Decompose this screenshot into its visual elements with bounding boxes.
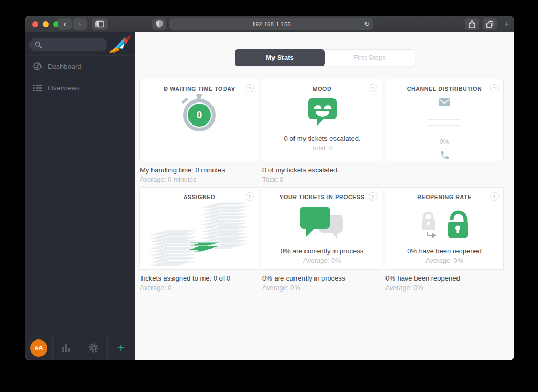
stats-grid: Ø WAITING TIME TODAY ? 0 MOOD ? 0 of my … xyxy=(139,79,507,292)
tab-first-steps[interactable]: First Steps xyxy=(324,50,415,66)
address-bar[interactable]: 192.168.1.155 ↻ xyxy=(169,18,373,30)
tab-overview-button[interactable] xyxy=(483,18,497,30)
bar-chart-icon xyxy=(62,344,70,352)
card-title: CHANNEL DISTRIBUTION xyxy=(385,86,503,92)
minimize-window-button[interactable] xyxy=(43,21,49,27)
zammad-logo xyxy=(108,34,132,55)
browser-window: ‹ › 192.168.1.155 ↻ xyxy=(25,16,514,360)
new-tab-button[interactable]: + xyxy=(502,18,512,30)
channel-percent: 0% xyxy=(385,138,503,146)
card-mood: MOOD ? 0 of my tickets escalated. Total:… xyxy=(262,79,382,161)
caption-primary: 0% are currently in process xyxy=(262,274,381,282)
card-tickets-in-process: YOUR TICKETS IN PROCESS ? 0% are current… xyxy=(262,187,382,270)
settings-button[interactable] xyxy=(80,335,107,360)
sidebar-nav: Dashboard Overviews xyxy=(25,55,135,99)
help-icon[interactable]: ? xyxy=(490,84,499,92)
paper-stacks-icon xyxy=(148,202,251,267)
caption-primary: Tickets assigned to me: 0 of 0 xyxy=(140,274,258,282)
caption-sub: Average: 0% xyxy=(385,284,503,292)
forward-button[interactable]: › xyxy=(73,18,87,30)
stats-button[interactable] xyxy=(52,335,79,360)
caption-channel-distribution xyxy=(385,161,504,187)
sidebar-toggle-button[interactable] xyxy=(92,18,108,30)
dashboard-content: My Stats First Steps Ø WAITING TIME TODA… xyxy=(135,32,514,360)
search-input[interactable] xyxy=(46,41,104,48)
caption-sub: Average: 0 minutes xyxy=(140,176,258,183)
card-reopening-rate: REOPENING RATE ? 0% have been reopened A… xyxy=(385,187,504,270)
help-icon[interactable]: ? xyxy=(246,84,254,92)
dashboard-icon xyxy=(33,62,42,70)
caption-sub: Average: 0% xyxy=(262,284,381,292)
sidebar-item-overviews[interactable]: Overviews xyxy=(25,77,135,99)
gear-icon xyxy=(88,343,99,353)
card-channel-distribution: CHANNEL DISTRIBUTION ? 0% xyxy=(385,79,504,161)
nav-label: Overviews xyxy=(48,84,80,92)
share-icon xyxy=(468,20,476,29)
stats-tabs: My Stats First Steps xyxy=(235,49,415,66)
back-chevron-icon: ‹ xyxy=(63,19,66,29)
mood-text: 0 of my tickets escalated. xyxy=(262,135,382,142)
refresh-icon[interactable]: ↻ xyxy=(364,18,370,30)
in-process-average: Average: 0% xyxy=(262,257,382,264)
caption-primary: 0 of my tickets escalated. xyxy=(262,166,381,174)
sidebar-panel-icon xyxy=(95,20,104,28)
caption-waiting-time: My handling time: 0 minutes Average: 0 m… xyxy=(139,161,259,187)
back-button[interactable]: ‹ xyxy=(58,18,72,30)
phone-channel-icon xyxy=(440,150,450,160)
browser-titlebar: ‹ › 192.168.1.155 ↻ xyxy=(25,16,514,32)
tabs-overview-icon xyxy=(486,20,494,28)
stopwatch-icon: 0 xyxy=(177,94,222,142)
mood-total: Total: 0 xyxy=(262,145,382,152)
overviews-icon xyxy=(33,84,42,92)
shield-icon xyxy=(156,20,163,28)
caption-sub: Total: 0 xyxy=(262,176,381,183)
caption-assigned: Tickets assigned to me: 0 of 0 Average: … xyxy=(139,270,259,292)
tab-my-stats[interactable]: My Stats xyxy=(235,49,325,66)
placeholder-lines xyxy=(428,114,461,131)
chat-bubbles-icon xyxy=(300,207,345,239)
caption-sub: Average: 0 xyxy=(140,284,258,292)
waiting-time-value: 0 xyxy=(188,104,211,127)
avatar: AA xyxy=(30,339,47,357)
reopened-text: 0% have been reopened xyxy=(385,247,503,255)
search-icon xyxy=(35,41,42,48)
forward-chevron-icon: › xyxy=(78,19,82,29)
card-title: Ø WAITING TIME TODAY xyxy=(140,86,259,92)
caption-primary: 0% have been reopened xyxy=(385,274,503,282)
card-title: MOOD xyxy=(262,86,382,92)
caption-tickets-in-process: 0% are currently in process Average: 0% xyxy=(262,270,382,292)
card-title: ASSIGNED xyxy=(140,194,259,200)
search-field[interactable] xyxy=(29,38,107,51)
locks-reopen-icon xyxy=(420,208,469,239)
in-process-text: 0% are currently in process xyxy=(262,247,382,255)
sidebar: Dashboard Overviews AA xyxy=(25,32,135,360)
card-waiting-time: Ø WAITING TIME TODAY ? 0 xyxy=(139,79,259,161)
sidebar-bottom-bar: AA + xyxy=(25,335,135,360)
privacy-shield-button[interactable] xyxy=(152,18,166,30)
email-channel-icon xyxy=(439,98,450,106)
card-title: REOPENING RATE xyxy=(385,194,503,200)
plus-icon: + xyxy=(117,343,125,353)
url-text: 192.168.1.155 xyxy=(252,21,291,27)
help-icon[interactable]: ? xyxy=(246,192,254,201)
help-icon[interactable]: ? xyxy=(369,84,377,92)
help-icon[interactable]: ? xyxy=(490,192,499,201)
nav-label: Dashboard xyxy=(48,63,82,70)
caption-mood: 0 of my tickets escalated. Total: 0 xyxy=(262,161,382,187)
help-icon[interactable]: ? xyxy=(369,192,377,201)
new-ticket-button[interactable]: + xyxy=(107,335,135,360)
card-title: YOUR TICKETS IN PROCESS xyxy=(262,194,382,200)
close-window-button[interactable] xyxy=(32,21,38,27)
card-assigned: ASSIGNED ? xyxy=(139,187,259,270)
share-button[interactable] xyxy=(465,18,479,30)
caption-reopening-rate: 0% have been reopened Average: 0% xyxy=(385,270,504,292)
sidebar-item-dashboard[interactable]: Dashboard xyxy=(25,55,135,77)
mood-smiley-icon xyxy=(307,98,338,127)
caption-primary: My handling time: 0 minutes xyxy=(140,166,258,174)
reopened-average: Average: 0% xyxy=(385,257,503,264)
user-avatar-button[interactable]: AA xyxy=(25,335,52,360)
